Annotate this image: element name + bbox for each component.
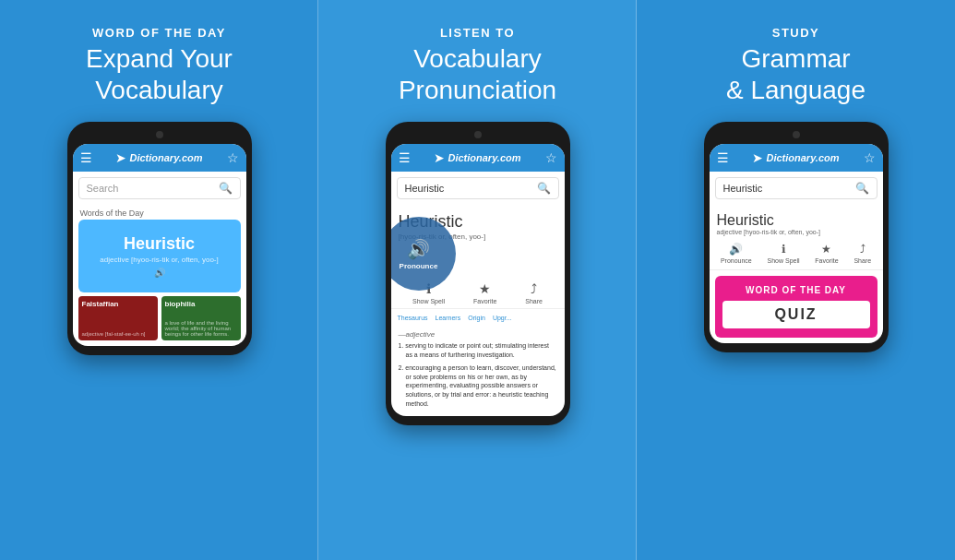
share-label-3: Share [854,257,871,264]
def-item-1: 1. serving to indicate or point out; sti… [399,341,557,360]
wotd-main-card[interactable]: Heuristic adjective [hyoo-ris-tik or, of… [78,220,241,292]
phone-3-camera [793,131,800,138]
def-item-2: 2. encouraging a person to learn, discov… [399,363,557,409]
phone-3: ☰ ➤ Dictionary.com ☆ Heuristic 🔍 Heurist… [704,122,889,352]
panel-pronunciation: LISTEN TO VocabularyPronunciation ☰ ➤ Di… [318,0,637,560]
search-icon-2: 🔍 [537,182,551,195]
action-buttons-2: 🔊 Pronounce ℹ Show Spell ★ Favorite ⤴ Sh… [391,244,565,308]
word-phonetic-3: adjective [hyoo-ris-tik or, often, yoo-] [717,229,876,235]
mini-card-2-def: a love of life and the living world; the… [165,320,237,337]
tab-learners[interactable]: Learners [433,313,464,323]
app-logo-1: ➤ Dictionary.com [115,150,202,165]
favorite-label-3: Favorite [815,257,838,264]
app-logo-2: ➤ Dictionary.com [434,150,520,165]
word-title-3: Heuristic [717,212,876,229]
panel-study: STUDY Grammar& Language ☰ ➤ Dictionary.c… [637,0,955,560]
logo-arrow-3: ➤ [752,150,763,165]
panel-2-title: VocabularyPronunciation [399,43,556,105]
favorite-btn[interactable]: ★ Favorite [473,281,496,304]
definition-area-2: —adjective 1. serving to indicate or poi… [391,327,565,416]
search-icon-1: 🔍 [219,182,233,195]
tab-origin[interactable]: Origin [465,313,488,323]
search-icon-3: 🔍 [855,182,869,195]
panel-1-label: WORD OF THE DAY [92,26,226,40]
logo-text-1: Dictionary.com [129,152,202,163]
search-bar-3[interactable]: Heuristic 🔍 [715,177,877,199]
star-icon-2[interactable]: ☆ [545,150,557,165]
phone-3-screen: ☰ ➤ Dictionary.com ☆ Heuristic 🔍 Heurist… [710,144,883,343]
pronounce-icon-3: 🔊 [729,243,743,256]
logo-arrow-2: ➤ [434,150,445,165]
share-label: Share [525,298,543,304]
show-spell-label: Show Spell [412,298,445,304]
share-icon-3: ⤴ [860,243,865,256]
mini-card-biophilia[interactable]: biophilia a love of life and the living … [161,296,241,340]
phone-1: ☰ ➤ Dictionary.com ☆ Search 🔍 Words of t… [67,122,252,355]
logo-text-3: Dictionary.com [766,152,839,163]
phone-1-camera [156,131,163,138]
phone-2-camera [474,131,482,138]
pronounce-wave-icon: 🔊 [407,238,430,260]
mini-card-1-word: Falstaffian [82,300,154,308]
action-bar-3: 🔊 Pronounce ℹ Show Spell ★ Favorite ⤴ Sh… [710,237,883,270]
share-btn-3[interactable]: ⤴ Share [854,243,871,264]
wotd-definition: adjective [hyoo-ris-tik or, often, yoo-] [86,256,233,264]
phone-2-screen: ☰ ➤ Dictionary.com ☆ Heuristic 🔍 Heurist… [391,144,565,416]
hamburger-icon-3[interactable]: ☰ [717,151,729,164]
pronounce-label-3: Pronounce [721,257,752,264]
phone-1-screen: ☰ ➤ Dictionary.com ☆ Search 🔍 Words of t… [73,144,246,346]
mini-card-2-word: biophilia [165,300,237,308]
quiz-card[interactable]: WORD OF THE DAY QUIZ [715,276,877,338]
app-header-3: ☰ ➤ Dictionary.com ☆ [710,144,883,172]
panel-3-title: Grammar& Language [726,43,865,105]
logo-arrow-1: ➤ [115,150,126,165]
panel-1-title: Expand YourVocabulary [86,43,233,105]
hamburger-icon-2[interactable]: ☰ [399,151,411,164]
pronounce-btn-3[interactable]: 🔊 Pronounce [721,243,752,264]
search-value-3: Heuristic [723,183,855,194]
favorite-icon-3: ★ [821,243,831,256]
quiz-box: QUIZ [722,301,870,328]
show-spell-icon-3: ℹ [782,243,786,256]
app-logo-3: ➤ Dictionary.com [752,150,839,165]
mini-card-falstaffian[interactable]: Falstaffian adjective [fal-staf-ee-uh n] [78,296,158,340]
wotd-speaker-icon[interactable]: 🔊 [86,268,233,278]
favorite-label: Favorite [473,298,496,304]
wotd-section-label: Words of the Day [73,205,246,220]
search-placeholder-1: Search [87,183,219,194]
favorite-icon: ★ [479,281,491,296]
mini-cards-row: Falstaffian adjective [fal-staf-ee-uh n]… [73,296,246,346]
quiz-text: QUIZ [734,306,859,323]
phone-2: ☰ ➤ Dictionary.com ☆ Heuristic 🔍 Heurist… [386,122,570,425]
def-pos-2: —adjective [399,330,557,339]
show-spell-btn-3[interactable]: ℹ Show Spell [768,243,800,264]
quiz-card-label: WORD OF THE DAY [722,285,870,295]
word-header-3: Heuristic adjective [hyoo-ris-tik or, of… [710,205,883,237]
wotd-word: Heuristic [86,234,233,254]
star-icon-3[interactable]: ☆ [864,150,876,165]
star-icon-1[interactable]: ☆ [227,150,239,165]
panel-word-of-the-day: WORD OF THE DAY Expand YourVocabulary ☰ … [0,0,318,560]
search-value-2: Heuristic [405,183,537,194]
search-bar-1[interactable]: Search 🔍 [78,177,241,199]
pronounce-bubble-label: Pronounce [400,262,438,270]
show-spell-label-3: Show Spell [768,257,800,264]
panel-2-label: LISTEN TO [440,26,515,40]
logo-text-2: Dictionary.com [448,152,520,163]
share-icon: ⤴ [531,281,537,296]
panel-3-label: STUDY [772,26,820,40]
tabs-row-2: Thesaurus Learners Origin Upgr... [391,308,565,327]
tab-upgrade[interactable]: Upgr... [490,313,515,323]
search-bar-2[interactable]: Heuristic 🔍 [397,177,559,199]
hamburger-icon-1[interactable]: ☰ [80,151,92,164]
mini-card-1-def: adjective [fal-staf-ee-uh n] [82,331,154,337]
tab-thesaurus[interactable]: Thesaurus [395,313,431,323]
app-header-1: ☰ ➤ Dictionary.com ☆ [73,144,246,172]
app-header-2: ☰ ➤ Dictionary.com ☆ [391,144,565,172]
share-btn[interactable]: ⤴ Share [525,281,543,304]
favorite-btn-3[interactable]: ★ Favorite [815,243,838,264]
pronounce-bubble[interactable]: 🔊 Pronounce [391,217,456,291]
